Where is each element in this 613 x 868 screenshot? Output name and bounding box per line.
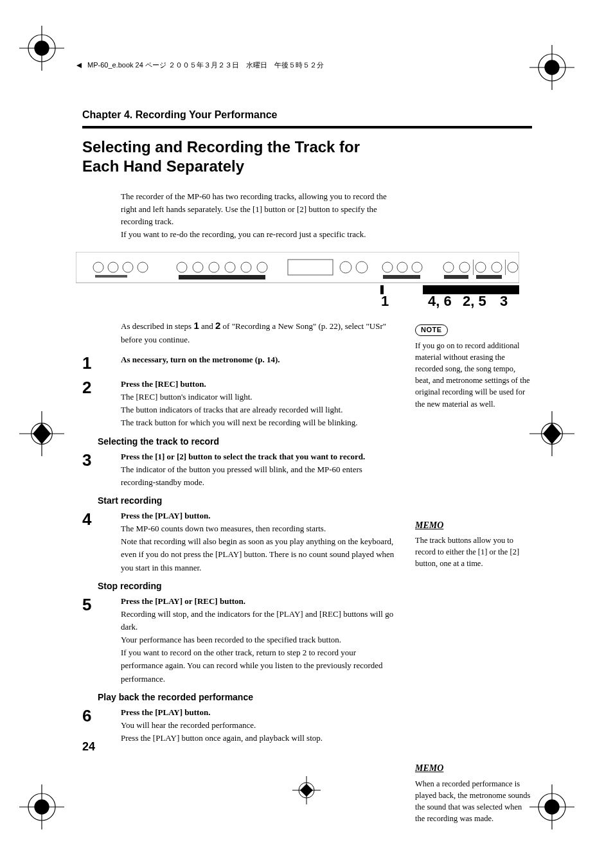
svg-rect-37 [179,275,265,279]
step-4: 4 Press the [PLAY] button. The MP-60 cou… [82,509,397,574]
step-text: Note that recording will also begin as s… [121,535,397,574]
svg-point-32 [193,262,203,272]
step-lead: Press the [REC] button. [121,378,397,391]
section-title: Selecting and Recording the Track for Ea… [82,137,397,176]
step-2: 2 Press the [REC] button. The [REC] butt… [82,378,397,430]
svg-point-35 [241,262,251,272]
step-lead: Press the [1] or [2] button to select th… [121,450,397,463]
step-text: Recording will stop, and the indicators … [121,608,397,633]
step-text: You will hear the recorded performance. [121,719,397,732]
step-text: The MP-60 counts down two measures, then… [121,522,397,535]
note-label: NOTE [415,324,448,336]
step-number: 1 [82,353,112,371]
svg-point-31 [177,262,187,272]
divider [82,126,532,128]
step-text: The button indicators of tracks that are… [121,403,397,416]
step-text: The track button for which you will next… [121,416,397,429]
step-number: 5 [82,595,112,686]
step-text: Press the [PLAY] button once again, and … [121,732,397,745]
note-block: NOTE If you go on to record additional m… [415,324,531,410]
step-lead: Press the [PLAY] or [REC] button. [121,595,397,608]
step-number: 3 [82,450,112,489]
svg-point-41 [382,262,393,272]
step-number: 2 [82,378,112,430]
subhead-play-back: Play back the recorded performance [98,692,397,702]
running-head-text: MP-60_e.book 24 ページ ２００５年３月２３日 水曜日 午後５時５… [87,60,324,70]
registration-mark-icon [529,45,574,90]
step-1: 1 As necessary, turn on the metronome (p… [82,353,397,371]
step-lead: As necessary, turn on the metronome (p. … [121,355,280,364]
note-text: If you go on to record additional materi… [415,340,531,410]
subhead-selecting-track: Selecting the track to record [98,436,397,447]
step-text: The [REC] button's indicator will light. [121,391,397,403]
svg-rect-30 [95,275,127,278]
registration-mark-icon [19,411,64,456]
step-3: 3 Press the [1] or [2] button to select … [82,450,397,489]
subhead-stop-recording: Stop recording [98,581,397,591]
svg-rect-38 [288,260,333,275]
subhead-start-recording: Start recording [98,495,397,506]
memo-label: MEMO [415,519,531,532]
memo-block: MEMO When a recorded performance is play… [415,762,531,824]
svg-text:1: 1 [381,293,389,309]
memo-text: The track buttons allow you to record to… [415,535,531,569]
svg-point-34 [225,262,235,272]
step-text: Your performance has been recorded to th… [121,633,397,646]
svg-point-39 [340,261,351,273]
memo-text: When a recorded performance is played ba… [415,778,531,825]
registration-mark-icon [19,26,64,71]
step-number: 6 [82,706,112,745]
step-6: 6 Press the [PLAY] button. You will hear… [82,706,397,745]
arrow-icon [75,62,84,69]
step-lead: Press the [PLAY] button. [121,706,397,719]
svg-point-26 [93,262,103,272]
registration-mark-icon [529,411,574,456]
svg-point-28 [123,262,133,272]
memo-block: MEMO The track buttons allow you to reco… [415,519,531,570]
step-lead: Press the [PLAY] button. [121,509,397,522]
step-number: 4 [82,509,112,574]
chapter-label: Chapter 4. Recording Your Performance [82,109,532,121]
svg-point-36 [257,262,267,272]
step-5: 5 Press the [PLAY] or [REC] button. Reco… [82,595,397,686]
registration-mark-icon [19,784,64,829]
svg-point-42 [397,262,407,272]
step-text: If you want to record on the other track… [121,646,397,685]
step-text: The indicator of the button you pressed … [121,463,397,489]
running-head: MP-60_e.book 24 ページ ２００５年３月２３日 水曜日 午後５時５… [76,60,324,70]
intro-paragraph: The recorder of the MP-60 has two record… [121,190,397,228]
intro-paragraph: If you want to re-do the recording, you … [121,228,397,241]
svg-point-40 [356,261,368,273]
svg-point-33 [209,262,219,272]
page-number: 24 [82,740,95,754]
memo-label: MEMO [415,762,531,775]
svg-point-29 [138,262,148,272]
continue-note: As described in steps 1 and 2 of "Record… [121,319,397,346]
svg-point-27 [108,262,118,272]
registration-mark-icon [529,784,574,829]
